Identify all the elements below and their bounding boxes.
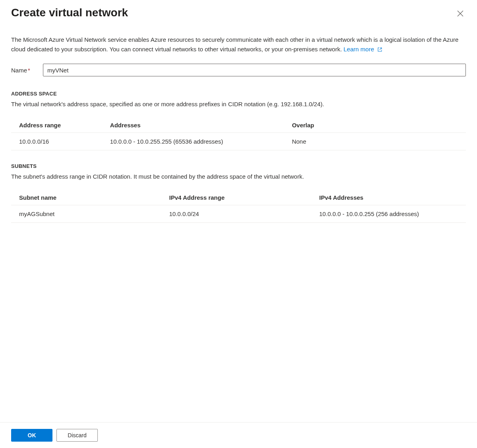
table-header-row: Subnet name IPv4 Address range IPv4 Addr… — [11, 190, 466, 205]
cell-overlap: None — [284, 133, 466, 150]
close-icon — [457, 10, 463, 17]
address-space-table: Address range Addresses Overlap 10.0.0.0… — [11, 118, 466, 150]
table-row[interactable]: myAGSubnet 10.0.0.0/24 10.0.0.0 - 10.0.0… — [11, 205, 466, 223]
address-space-heading: ADDRESS SPACE — [11, 91, 466, 97]
learn-more-link[interactable]: Learn more — [343, 46, 382, 53]
subnets-table: Subnet name IPv4 Address range IPv4 Addr… — [11, 190, 466, 223]
create-virtual-network-panel: Create virtual network The Microsoft Azu… — [0, 0, 477, 448]
cell-addresses: 10.0.0.0 - 10.0.255.255 (65536 addresses… — [102, 133, 284, 150]
panel-content: Create virtual network The Microsoft Azu… — [0, 0, 477, 422]
cell-ipv4-addresses: 10.0.0.0 - 10.0.0.255 (256 addresses) — [311, 205, 466, 223]
external-link-icon — [377, 47, 382, 52]
name-field-row: Name* — [11, 64, 466, 76]
intro-text: The Microsoft Azure Virtual Network serv… — [11, 35, 466, 54]
ok-button[interactable]: OK — [11, 429, 52, 442]
col-address-range: Address range — [11, 118, 102, 133]
name-label: Name* — [11, 67, 43, 74]
intro-text-body: The Microsoft Azure Virtual Network serv… — [11, 36, 458, 53]
cell-ipv4-range: 10.0.0.0/24 — [161, 205, 312, 223]
table-header-row: Address range Addresses Overlap — [11, 118, 466, 133]
panel-footer: OK Discard — [0, 422, 477, 448]
col-overlap: Overlap — [284, 118, 466, 133]
svg-line-2 — [380, 48, 382, 50]
col-addresses: Addresses — [102, 118, 284, 133]
page-title: Create virtual network — [11, 6, 128, 19]
cell-subnet-name: myAGSubnet — [11, 205, 161, 223]
col-subnet-name: Subnet name — [11, 190, 161, 205]
col-ipv4-range: IPv4 Address range — [161, 190, 312, 205]
learn-more-label: Learn more — [343, 46, 374, 53]
required-asterisk: * — [28, 67, 30, 74]
name-input[interactable] — [43, 64, 466, 76]
header-row: Create virtual network — [11, 6, 466, 35]
subnets-heading: SUBNETS — [11, 163, 466, 169]
col-ipv4-addresses: IPv4 Addresses — [311, 190, 466, 205]
address-space-desc: The virtual network's address space, spe… — [11, 101, 466, 107]
subnets-desc: The subnet's address range in CIDR notat… — [11, 173, 466, 180]
cell-address-range: 10.0.0.0/16 — [11, 133, 102, 150]
discard-button[interactable]: Discard — [56, 429, 98, 442]
close-button[interactable] — [455, 8, 466, 19]
table-row[interactable]: 10.0.0.0/16 10.0.0.0 - 10.0.255.255 (655… — [11, 133, 466, 150]
name-label-text: Name — [11, 67, 27, 74]
